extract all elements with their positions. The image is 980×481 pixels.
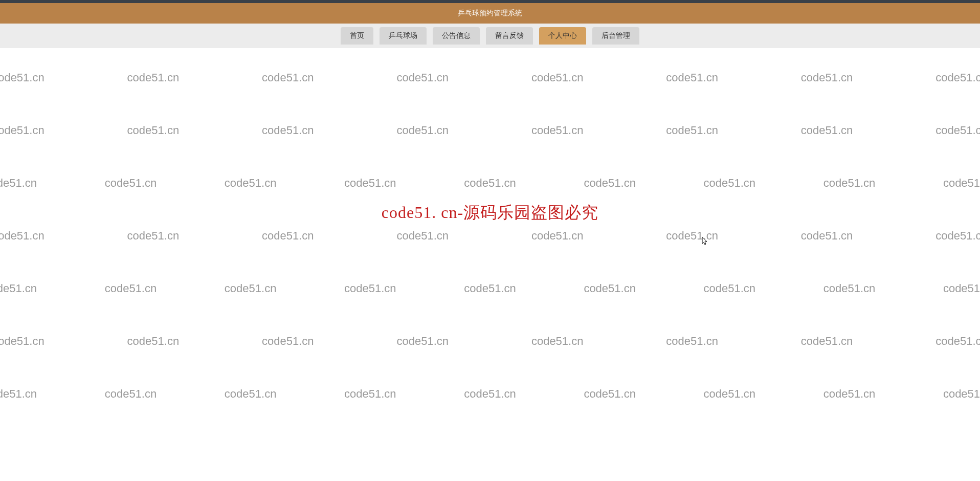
main-nav: 首页 乒乓球场 公告信息 留言反馈 个人中心 后台管理 [0, 24, 980, 48]
watermark-row: code51.cn code51.cn code51.cn code51.cn … [0, 335, 980, 348]
nav-court[interactable]: 乒乓球场 [380, 27, 427, 45]
watermark-row: code51.cn code51.cn code51.cn code51.cn … [0, 71, 980, 84]
page-header: 乒乓球预约管理系统 [0, 3, 980, 24]
nav-announcement[interactable]: 公告信息 [433, 27, 480, 45]
page-title: 乒乓球预约管理系统 [458, 9, 522, 18]
nav-home[interactable]: 首页 [341, 27, 373, 45]
content-area: code51.cn code51.cn code51.cn code51.cn … [0, 48, 980, 481]
center-notice-text: code51. cn-源码乐园盗图必究 [382, 202, 598, 224]
nav-personal-center[interactable]: 个人中心 [539, 27, 586, 45]
watermark-row: code51.cn code51.cn code51.cn code51.cn … [0, 387, 980, 401]
watermark-row: code51.cn code51.cn code51.cn code51.cn … [0, 124, 980, 137]
nav-admin[interactable]: 后台管理 [592, 27, 639, 45]
watermark-row: code51.cn code51.cn code51.cn code51.cn … [0, 282, 980, 295]
watermark-layer: code51.cn code51.cn code51.cn code51.cn … [0, 48, 980, 481]
watermark-row: code51.cn code51.cn code51.cn code51.cn … [0, 229, 980, 243]
watermark-row: code51.cn code51.cn code51.cn code51.cn … [0, 177, 980, 190]
cursor-icon [702, 236, 709, 248]
nav-feedback[interactable]: 留言反馈 [486, 27, 533, 45]
